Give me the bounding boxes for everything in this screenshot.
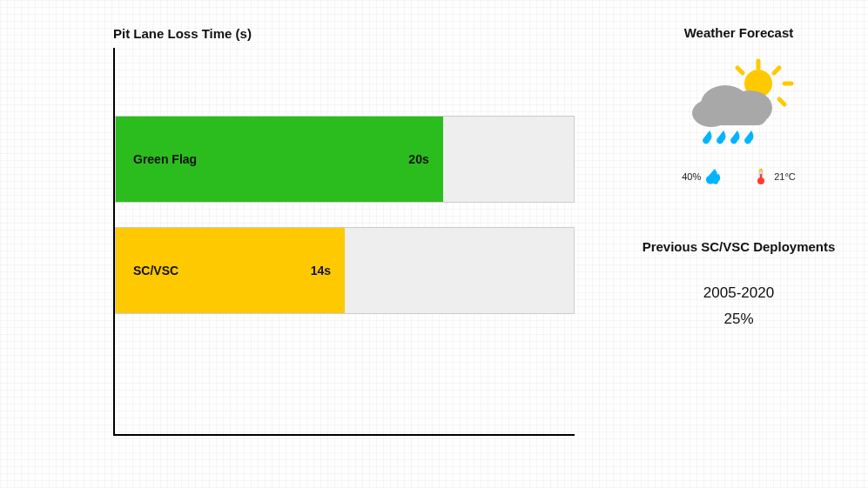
svg-rect-9 (699, 106, 767, 125)
weather-block: 40% (678, 57, 800, 186)
bar-scvsc-fill: SC/VSC 14s (116, 228, 345, 313)
bar-green-flag-value: 20s (408, 152, 428, 166)
weather-stats: 40% (682, 167, 796, 186)
bar-scvsc: SC/VSC 14s (115, 227, 575, 314)
svg-rect-12 (760, 174, 762, 181)
deployments-title: Previous SC/VSC Deployments (643, 238, 836, 256)
x-axis (113, 434, 575, 436)
deployments-block: Previous SC/VSC Deployments 2005-2020 25… (643, 238, 836, 329)
bar-green-flag-fill: Green Flag 20s (116, 117, 443, 202)
thermometer-icon (753, 167, 769, 186)
weather-icon (678, 57, 800, 162)
svg-line-2 (774, 68, 779, 73)
rain-chance-value: 40% (682, 171, 701, 182)
bars-area: Green Flag 20s SC/VSC 14s (115, 48, 575, 434)
rain-chance: 40% (682, 167, 722, 186)
deployments-years: 2005-2020 (643, 284, 836, 302)
temperature: 21°C (753, 167, 796, 186)
bar-green-flag-label: Green Flag (133, 152, 197, 166)
svg-line-4 (779, 99, 784, 104)
temperature-value: 21°C (774, 171, 796, 182)
chart-title: Pit Lane Loss Time (s) (113, 26, 252, 41)
svg-rect-13 (759, 169, 763, 171)
bar-scvsc-value: 14s (311, 264, 331, 277)
deployments-percent: 25% (643, 311, 836, 328)
pit-lane-loss-chart: Pit Lane Loss Time (s) Green Flag 20s SC… (0, 0, 609, 488)
bar-green-flag: Green Flag 20s (115, 116, 575, 203)
bar-scvsc-label: SC/VSC (133, 264, 178, 277)
raindrop-icon (706, 167, 722, 186)
weather-title: Weather Forecast (684, 24, 794, 42)
svg-line-5 (737, 68, 743, 73)
